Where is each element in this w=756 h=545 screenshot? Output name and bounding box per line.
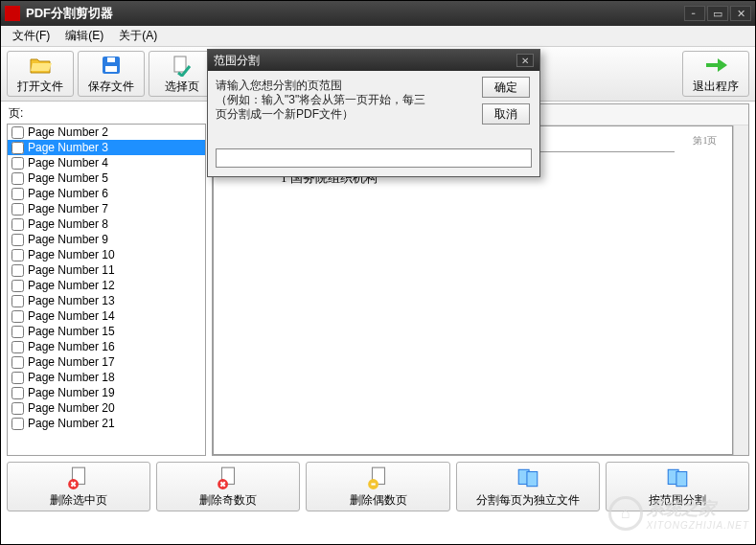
dialog-title: 范围分割	[214, 53, 516, 69]
page-list-row[interactable]: Page Number 12	[8, 278, 205, 293]
dialog-prompt-line2: （例如：输入"3"将会从第一页开始，每三页分割成一个新PDF文件）	[216, 93, 425, 121]
page-checkbox[interactable]	[11, 418, 24, 430]
page-list[interactable]: Page Number 2Page Number 3Page Number 4P…	[7, 124, 206, 456]
page-list-row[interactable]: Page Number 15	[8, 324, 205, 339]
page-checkbox[interactable]	[11, 218, 24, 231]
open-file-label: 打开文件	[17, 79, 63, 95]
page-label: Page Number 6	[28, 187, 108, 200]
page-even-icon	[366, 466, 391, 490]
app-icon	[5, 6, 20, 21]
page-checkbox[interactable]	[11, 203, 24, 216]
page-delete-icon	[66, 466, 91, 490]
page-checkbox[interactable]	[11, 295, 24, 307]
titlebar: PDF分割剪切器 ╴ ▭ ✕	[1, 1, 755, 26]
delete-selected-label: 删除选中页	[50, 492, 107, 509]
page-checkbox[interactable]	[11, 387, 24, 399]
page-list-row[interactable]: Page Number 14	[8, 308, 205, 324]
page-list-row[interactable]: Page Number 19	[8, 385, 205, 400]
page-list-row[interactable]: Page Number 2	[8, 125, 205, 140]
page-label: Page Number 3	[28, 141, 108, 154]
pages-range-icon	[665, 466, 690, 490]
page-label: Page Number 11	[28, 263, 115, 277]
page-list-row[interactable]: Page Number 10	[8, 247, 205, 262]
page-checkbox[interactable]	[11, 126, 24, 139]
page-label: Page Number 9	[28, 233, 108, 246]
delete-even-label: 删除偶数页	[350, 492, 407, 509]
svg-rect-11	[527, 471, 538, 486]
page-label: Page Number 5	[28, 171, 108, 185]
delete-even-button[interactable]: 删除偶数页	[306, 462, 449, 511]
page-checkbox[interactable]	[11, 172, 24, 185]
watermark: ⌂ 系统之家 XITONGZHIJIA.NET	[608, 496, 750, 531]
preview-scrollbar[interactable]	[733, 125, 748, 455]
page-list-row[interactable]: Page Number 3	[8, 140, 205, 155]
page-list-row[interactable]: Page Number 16	[8, 339, 205, 354]
page-label: Page Number 19	[28, 386, 115, 399]
window-title: PDF分割剪切器	[26, 5, 682, 22]
page-list-row[interactable]: Page Number 8	[8, 216, 205, 232]
page-list-row[interactable]: Page Number 13	[8, 293, 205, 308]
page-checkbox[interactable]	[11, 341, 24, 353]
page-checkbox[interactable]	[11, 310, 24, 323]
minimize-button[interactable]: ╴	[684, 6, 705, 21]
exit-button[interactable]: 退出程序	[682, 51, 749, 97]
page-list-row[interactable]: Page Number 7	[8, 201, 205, 216]
page-label: Page Number 12	[28, 279, 115, 292]
maximize-button[interactable]: ▭	[707, 6, 728, 21]
page-checkbox[interactable]	[11, 372, 24, 384]
page-checkbox[interactable]	[11, 264, 24, 277]
page-checkbox[interactable]	[11, 280, 24, 292]
select-pages-button[interactable]: 选择页	[149, 51, 216, 97]
delete-odd-label: 删除奇数页	[199, 492, 257, 509]
page-list-row[interactable]: Page Number 18	[8, 370, 205, 385]
menu-edit[interactable]: 编辑(E)	[57, 26, 111, 46]
exit-arrow-icon	[704, 54, 727, 77]
page-checkbox[interactable]	[11, 157, 24, 170]
page-checkbox[interactable]	[11, 234, 24, 246]
dialog-close-button[interactable]: ✕	[516, 54, 534, 67]
page-checkbox[interactable]	[11, 142, 24, 154]
page-checkbox[interactable]	[11, 356, 24, 369]
page-list-row[interactable]: Page Number 5	[8, 170, 205, 186]
close-button[interactable]: ✕	[730, 6, 751, 21]
dialog-range-input[interactable]	[216, 148, 532, 168]
page-checkbox[interactable]	[11, 326, 24, 338]
dialog-cancel-button[interactable]: 取消	[482, 103, 530, 125]
page-label: Page Number 7	[28, 202, 108, 216]
save-file-button[interactable]: 保存文件	[78, 51, 145, 97]
page-checkbox[interactable]	[11, 188, 24, 200]
floppy-icon	[100, 54, 123, 77]
split-each-button[interactable]: 分割每页为独立文件	[456, 462, 600, 511]
page-checkbox[interactable]	[11, 402, 24, 415]
dialog-prompt-line1: 请输入您想分割的页范围	[216, 79, 342, 92]
save-file-label: 保存文件	[88, 79, 134, 95]
menu-about[interactable]: 关于(A)	[111, 26, 165, 46]
watermark-icon: ⌂	[608, 496, 643, 531]
page-label: Page Number 14	[28, 309, 115, 323]
page-label: Page Number 2	[28, 125, 108, 139]
range-split-dialog: 范围分割 ✕ 请输入您想分割的页范围 （例如：输入"3"将会从第一页开始，每三页…	[207, 49, 540, 177]
page-list-row[interactable]: Page Number 4	[8, 155, 205, 170]
page-list-row[interactable]: Page Number 6	[8, 186, 205, 201]
page-list-row[interactable]: Page Number 17	[8, 354, 205, 370]
open-file-button[interactable]: 打开文件	[7, 51, 74, 97]
page-list-row[interactable]: Page Number 11	[8, 262, 205, 278]
delete-odd-button[interactable]: 删除奇数页	[156, 462, 300, 511]
page-list-row[interactable]: Page Number 9	[8, 232, 205, 247]
dialog-titlebar[interactable]: 范围分割 ✕	[208, 50, 539, 71]
page-label: Page Number 15	[28, 325, 115, 338]
menu-file[interactable]: 文件(F)	[5, 26, 57, 46]
delete-selected-button[interactable]: 删除选中页	[7, 462, 150, 511]
page-label: Page Number 18	[28, 371, 115, 384]
page-checkbox[interactable]	[11, 249, 24, 261]
svg-rect-13	[676, 471, 687, 486]
dialog-ok-button[interactable]: 确定	[482, 77, 530, 98]
page-label: Page Number 16	[28, 340, 115, 353]
page-list-row[interactable]: Page Number 20	[8, 400, 205, 416]
select-pages-label: 选择页	[165, 79, 199, 95]
page-label: Page Number 13	[28, 294, 115, 307]
page-list-row[interactable]: Page Number 21	[8, 416, 205, 431]
page-odd-icon	[216, 466, 241, 490]
exit-label: 退出程序	[693, 79, 739, 95]
menubar: 文件(F) 编辑(E) 关于(A)	[1, 26, 755, 47]
